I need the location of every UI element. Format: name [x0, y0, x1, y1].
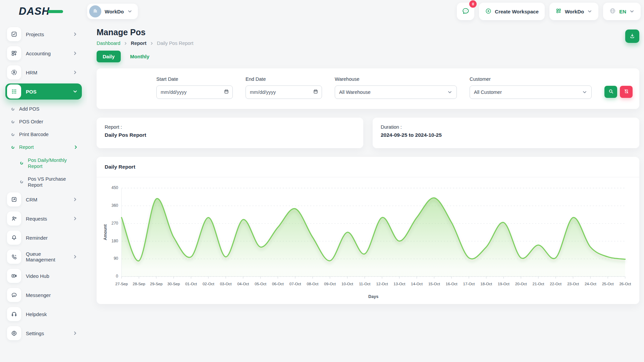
bullet-icon: [11, 120, 15, 124]
brand-logo-dash: [48, 10, 63, 13]
sidebar-item-hrm[interactable]: HRM: [5, 64, 82, 80]
filter-card: Start Date End Date Warehouse All Wareho…: [97, 68, 639, 109]
breadcrumb-item-report[interactable]: Report: [131, 41, 147, 46]
svg-text:18-Oct: 18-Oct: [480, 282, 492, 286]
sidebar-item-projects[interactable]: Projects: [5, 26, 82, 42]
summary-row: Report : Daily Pos Report Duration : 202…: [97, 118, 639, 148]
customer-label: Customer: [470, 76, 592, 82]
duration-value: 2024-09-25 to 2024-10-25: [381, 132, 631, 138]
sidebar-item-print-barcode[interactable]: Print Barcode: [5, 128, 82, 141]
warehouse-field: Warehouse All Warehouse: [335, 76, 457, 99]
accounting-icon: [7, 46, 21, 60]
chevron-down-icon: [127, 9, 132, 14]
svg-text:17-Oct: 17-Oct: [463, 282, 475, 286]
building-icon: [92, 8, 98, 15]
tab-daily[interactable]: Daily: [97, 51, 121, 62]
sidebar-item-reminder[interactable]: Reminder: [5, 230, 82, 246]
chevron-right-icon: [72, 197, 78, 202]
sidebar-item-pos-daily-monthly-report[interactable]: Pos Daily/Monthly Report: [5, 154, 82, 173]
chat-badge: 0: [469, 0, 477, 8]
create-workspace-button[interactable]: Create Workspace: [479, 3, 545, 20]
tab-monthly[interactable]: Monthly: [130, 54, 150, 59]
start-date-input[interactable]: [156, 85, 233, 99]
settings-icon: [7, 326, 21, 340]
create-workspace-label: Create Workspace: [495, 9, 539, 14]
globe-icon: [609, 7, 616, 15]
svg-text:26-Oct: 26-Oct: [619, 282, 631, 286]
sidebar-item-pos[interactable]: POS: [5, 83, 82, 100]
workspace-switcher[interactable]: WorkDo: [87, 4, 138, 19]
svg-text:14-Oct: 14-Oct: [411, 282, 423, 286]
svg-text:04-Oct: 04-Oct: [237, 282, 249, 286]
sidebar-item-queue-management[interactable]: Queue Management: [5, 249, 82, 265]
sidebar-item-helpdesk[interactable]: Helpdesk: [5, 306, 82, 322]
customer-selected-value: All Customer: [474, 89, 502, 95]
sidebar-item-label: Pos Daily/Monthly Report: [28, 157, 78, 169]
workdo-menu-button[interactable]: WorkDo: [549, 3, 598, 20]
end-date-field: End Date: [246, 76, 322, 99]
svg-text:30-Sep: 30-Sep: [167, 282, 180, 286]
sidebar-item-pos-vs-purchase-report[interactable]: Pos VS Purchase Report: [5, 173, 82, 191]
svg-text:450: 450: [111, 185, 118, 190]
chevron-down-icon: [447, 89, 452, 95]
svg-text:27-Sep: 27-Sep: [115, 282, 128, 286]
sidebar-item-add-pos[interactable]: Add POS: [5, 103, 82, 115]
svg-text:12-Oct: 12-Oct: [376, 282, 388, 286]
sidebar-item-label: Helpdesk: [26, 311, 78, 317]
customer-select[interactable]: All Customer: [470, 85, 592, 99]
reminder-icon: [7, 231, 21, 245]
warehouse-select[interactable]: All Warehouse: [335, 85, 457, 99]
sidebar-item-report[interactable]: Report: [5, 141, 82, 154]
messenger-button[interactable]: 0: [457, 3, 474, 20]
sidebar-item-label: Accounting: [26, 51, 68, 56]
download-report-button[interactable]: [625, 29, 639, 43]
workspace-name: WorkDo: [105, 9, 124, 14]
reset-filter-button[interactable]: [620, 86, 633, 98]
chevron-right-icon: [72, 51, 78, 56]
sidebar-item-pos-order[interactable]: POS Order: [5, 115, 82, 128]
requests-icon: [7, 212, 21, 226]
svg-text:08-Oct: 08-Oct: [307, 282, 319, 286]
svg-text:90: 90: [114, 256, 118, 261]
sidebar-item-label: Pos VS Purchase Report: [28, 176, 78, 188]
sidebar-item-label: HRM: [26, 70, 68, 75]
svg-text:23-Oct: 23-Oct: [567, 282, 579, 286]
chat-icon: [461, 7, 470, 16]
svg-text:21-Oct: 21-Oct: [533, 282, 545, 286]
chevron-down-icon: [629, 9, 635, 14]
sidebar-item-label: Messenger: [26, 292, 78, 298]
apply-filter-button[interactable]: [604, 86, 617, 98]
messenger-icon: [7, 288, 21, 302]
report-period-tabs: Daily Monthly: [97, 51, 639, 62]
svg-text:28-Sep: 28-Sep: [133, 282, 145, 286]
sidebar-item-label: Projects: [26, 32, 68, 37]
chevron-right-icon: [72, 330, 78, 336]
video-icon: [7, 269, 21, 283]
search-icon: [608, 88, 614, 95]
sidebar-item-accounting[interactable]: Accounting: [5, 45, 82, 61]
end-date-input[interactable]: [246, 85, 322, 99]
duration-label: Duration :: [381, 124, 631, 130]
svg-text:10-Oct: 10-Oct: [341, 282, 354, 286]
breadcrumb-item-dashboard[interactable]: Dashboard: [97, 41, 120, 46]
sidebar-item-settings[interactable]: Settings: [5, 325, 82, 341]
chevron-right-icon: [72, 70, 78, 75]
svg-text:06-Oct: 06-Oct: [272, 282, 284, 286]
svg-text:Days: Days: [368, 294, 378, 299]
sidebar-item-label: Video Hub: [26, 273, 78, 279]
sidebar-item-messenger[interactable]: Messenger: [5, 287, 82, 303]
bullet-icon: [11, 132, 15, 137]
hrm-icon: [7, 65, 21, 79]
sidebar-item-requests[interactable]: Requests: [5, 210, 82, 227]
language-selector[interactable]: EN: [603, 3, 641, 20]
sidebar-item-crm[interactable]: CRM: [5, 191, 82, 207]
sidebar-item-video-hub[interactable]: Video Hub: [5, 268, 82, 284]
main-content: Manage Pos DashboardReportDaily Pos Repo…: [87, 21, 644, 362]
report-label: Report :: [105, 124, 355, 130]
sidebar-item-label: Print Barcode: [19, 131, 78, 137]
sidebar-item-label: Settings: [26, 330, 68, 336]
page-header: Manage Pos DashboardReportDaily Pos Repo…: [97, 24, 639, 46]
svg-text:24-Oct: 24-Oct: [585, 282, 597, 286]
topbar: DASH WorkDo 0 Create Workspace WorkDo EN: [0, 0, 644, 21]
page-title: Manage Pos: [97, 27, 193, 37]
